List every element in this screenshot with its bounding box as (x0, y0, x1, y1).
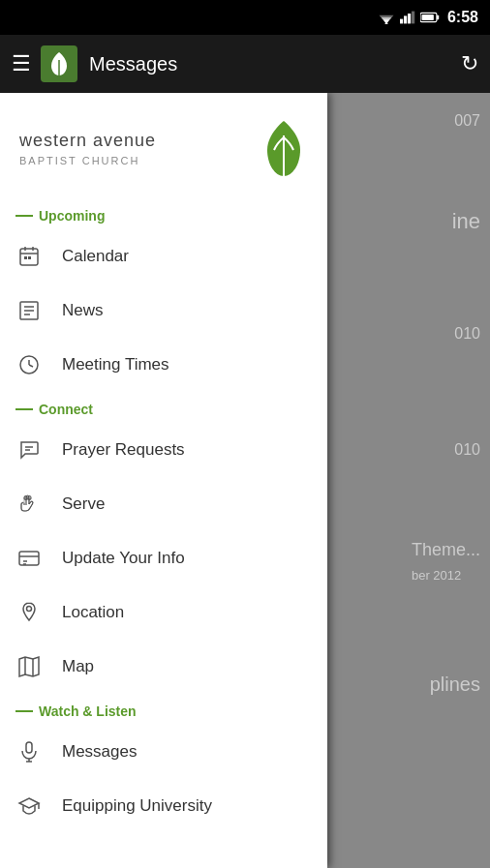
battery-icon (420, 12, 440, 23)
news-label: News (62, 301, 104, 320)
svg-line-24 (29, 365, 33, 367)
app-logo (41, 45, 77, 82)
svg-rect-30 (19, 552, 39, 565)
svg-rect-7 (412, 12, 414, 24)
map-icon (15, 653, 43, 680)
menu-item-news[interactable]: News (0, 284, 327, 338)
clock-icon (15, 351, 43, 378)
svg-rect-38 (26, 742, 32, 753)
bg-item-4: 010 (454, 441, 480, 459)
hand-icon (15, 491, 43, 518)
navigation-drawer: western avenue BAPTIST CHURCH Upcoming (0, 93, 327, 868)
serve-label: Serve (62, 494, 105, 514)
status-time: 6:58 (447, 9, 478, 26)
page-title: Messages (89, 53, 461, 75)
menu-item-meeting-times[interactable]: Meeting Times (0, 338, 327, 392)
refresh-icon[interactable]: ↻ (461, 51, 478, 76)
mic-icon (15, 738, 43, 765)
prayer-requests-label: Prayer Requests (62, 440, 185, 460)
card-icon (15, 545, 43, 572)
leaf-icon-small (48, 50, 70, 77)
section-watch-listen: Watch & Listen (0, 694, 327, 725)
menu-item-map[interactable]: Map (0, 640, 327, 694)
leaf-logo-icon (260, 116, 308, 179)
meeting-times-label: Meeting Times (62, 355, 169, 374)
menu-item-update-info[interactable]: Update Your Info (0, 531, 327, 585)
menu-item-messages[interactable]: Messages (0, 725, 327, 779)
pin-icon (15, 599, 43, 626)
svg-rect-10 (422, 15, 434, 20)
bg-item-2: ine (452, 209, 480, 234)
hamburger-icon[interactable]: ☰ (12, 51, 31, 76)
menu-item-serve[interactable]: Serve (0, 477, 327, 531)
messages-label: Messages (62, 742, 137, 762)
svg-rect-17 (28, 256, 31, 259)
top-bar: ☰ Messages ↻ (0, 35, 490, 93)
church-logo-area: western avenue BAPTIST CHURCH (0, 93, 327, 198)
location-label: Location (62, 603, 124, 622)
equipping-university-label: Equipping University (62, 796, 212, 816)
mortarboard-icon (15, 793, 43, 820)
svg-rect-9 (437, 15, 439, 20)
section-upcoming: Upcoming (0, 198, 327, 229)
svg-rect-16 (24, 256, 27, 259)
calendar-label: Calendar (62, 247, 129, 266)
menu-item-calendar[interactable]: Calendar (0, 229, 327, 284)
wifi-icon (378, 11, 395, 24)
news-icon (15, 297, 43, 324)
bg-item-5: Theme...ber 2012 (412, 538, 480, 586)
map-label: Map (62, 657, 94, 676)
update-info-label: Update Your Info (62, 549, 185, 568)
svg-point-34 (27, 607, 32, 612)
church-leaf-logo (260, 116, 308, 183)
menu-item-prayer-requests[interactable]: Prayer Requests (0, 423, 327, 477)
signal-icon (400, 11, 415, 24)
church-name: western avenue BAPTIST CHURCH (19, 131, 156, 168)
bg-item-1: 007 (454, 112, 480, 130)
calendar-icon (15, 243, 43, 270)
chat-icon (15, 436, 43, 464)
menu-item-equipping-university[interactable]: Equipping University (0, 779, 327, 833)
svg-marker-41 (19, 798, 39, 808)
svg-point-3 (384, 22, 387, 24)
status-bar: 6:58 (0, 0, 490, 35)
section-connect: Connect (0, 392, 327, 423)
menu-item-location[interactable]: Location (0, 585, 327, 640)
svg-rect-4 (400, 19, 403, 24)
status-icons (378, 11, 440, 24)
svg-rect-6 (408, 14, 411, 23)
svg-rect-5 (404, 15, 407, 23)
bg-item-6: plines (430, 673, 480, 696)
svg-marker-35 (19, 657, 39, 676)
bg-item-3: 010 (454, 325, 480, 343)
